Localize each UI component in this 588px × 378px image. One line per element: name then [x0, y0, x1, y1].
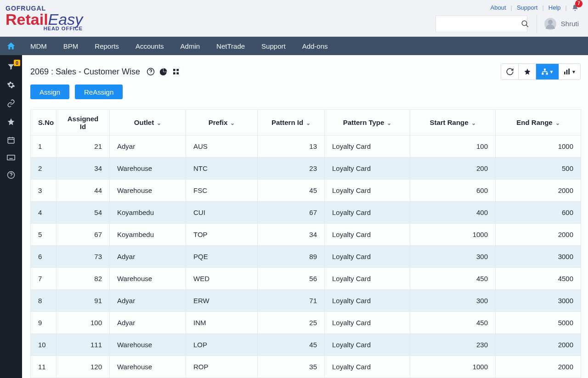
sidebar-keyboard[interactable]	[0, 154, 22, 161]
table-row[interactable]: 234WarehouseNTC23Loyalty Card200500	[31, 158, 581, 180]
main-nav: MDMBPMReportsAccountsAdminNetTradeSuppor…	[0, 37, 588, 55]
table-row[interactable]: 121AdyarAUS13Loyalty Card1001000	[31, 135, 581, 158]
sidebar-help[interactable]	[0, 171, 22, 179]
favorite-button[interactable]	[519, 64, 536, 79]
notifications-button[interactable]: 7	[571, 4, 579, 12]
search-input[interactable]	[441, 20, 521, 28]
help-icon	[7, 171, 15, 179]
cell: 1	[31, 135, 57, 158]
nav-item-nettrade[interactable]: NetTrade	[208, 37, 253, 55]
bar-chart-icon	[563, 68, 571, 75]
col-sno[interactable]: S.No	[31, 110, 57, 135]
chart-button[interactable]: ▼	[559, 64, 580, 79]
svg-rect-21	[542, 73, 543, 75]
table-row[interactable]: 673AdyarPQE89Loyalty Card3003000	[31, 246, 581, 268]
brand-sub: HEAD OFFICE	[6, 26, 83, 31]
refresh-button[interactable]	[501, 64, 519, 79]
cell: 2000	[496, 180, 581, 202]
cell: 400	[410, 202, 496, 224]
col-end-range[interactable]: End Range⌄	[496, 110, 581, 135]
sidebar-favorite[interactable]	[0, 118, 22, 126]
cell: 71	[258, 290, 325, 312]
chevron-down-icon: ⌄	[555, 120, 560, 126]
nav-item-reports[interactable]: Reports	[86, 37, 127, 55]
table-row[interactable]: 11120WarehouseROP35Loyalty Card10002000	[31, 356, 581, 378]
cell: 200	[410, 158, 496, 180]
sidebar-filter[interactable]: 0	[0, 62, 22, 71]
cell: Loyalty Card	[325, 202, 410, 224]
sidebar-schedule[interactable]	[0, 136, 22, 144]
cell: 3000	[496, 290, 581, 312]
cell: Koyambedu	[110, 202, 186, 224]
table-row[interactable]: 891AdyarERW71Loyalty Card3003000	[31, 290, 581, 312]
search-icon[interactable]	[521, 20, 529, 28]
assign-button[interactable]: Assign	[30, 85, 69, 99]
refresh-icon	[506, 68, 514, 76]
brand-easy: Easy	[48, 11, 83, 27]
cell: Koyambedu	[110, 224, 186, 246]
nav-item-bpm[interactable]: BPM	[55, 37, 87, 55]
question-circle-icon	[147, 68, 155, 76]
chevron-down-icon: ▼	[571, 69, 576, 74]
header-row-2: Shruti	[435, 15, 579, 33]
cell: Adyar	[110, 246, 186, 268]
table-row[interactable]: 782WarehouseWED56Loyalty Card4504500	[31, 268, 581, 290]
cell: Loyalty Card	[325, 246, 410, 268]
cell: 82	[57, 268, 110, 290]
nav-item-support[interactable]: Support	[253, 37, 294, 55]
about-link[interactable]: About	[491, 4, 506, 11]
cell: 4500	[496, 268, 581, 290]
info-button[interactable]	[147, 68, 155, 76]
col-pattern-type[interactable]: Pattern Type⌄	[325, 110, 410, 135]
table-row[interactable]: 454KoyambeduCUI67Loyalty Card400600	[31, 202, 581, 224]
cell: 2000	[496, 356, 581, 378]
col-prefix[interactable]: Prefix⌄	[186, 110, 258, 135]
help-link[interactable]: Help	[548, 4, 561, 11]
username-label: Shruti	[561, 20, 579, 28]
user-menu[interactable]: Shruti	[537, 15, 579, 33]
global-search[interactable]	[435, 16, 527, 32]
nav-home[interactable]	[0, 37, 22, 55]
hierarchy-button[interactable]: ▼	[536, 64, 559, 79]
cell: 11	[31, 356, 57, 378]
sidebar-link[interactable]	[0, 99, 22, 107]
home-icon	[6, 41, 16, 51]
sidebar-settings[interactable]	[0, 81, 22, 89]
reassign-button[interactable]: ReAssign	[75, 85, 123, 99]
link-icon	[7, 99, 15, 107]
header-right: About | Support | Help | 7 Shruti	[435, 4, 579, 33]
nav-item-admin[interactable]: Admin	[172, 37, 209, 55]
cell: 9	[31, 312, 57, 334]
col-outlet[interactable]: Outlet⌄	[110, 110, 186, 135]
col-pattern-id[interactable]: Pattern Id⌄	[258, 110, 325, 135]
nav-item-mdm[interactable]: MDM	[22, 37, 55, 55]
grid-icon	[172, 68, 180, 75]
separator: |	[511, 4, 512, 11]
table-row[interactable]: 567KoyambeduTOP34Loyalty Card10002000	[31, 224, 581, 246]
body-layout: 0 2069 : Sales - Customer Wise	[0, 55, 588, 378]
table-row[interactable]: 9100AdyarINM25Loyalty Card4505000	[31, 312, 581, 334]
cell: 8	[31, 290, 57, 312]
cell: 91	[57, 290, 110, 312]
col-assigned-id[interactable]: Assigned Id	[57, 110, 110, 135]
cell: 100	[410, 135, 496, 158]
sidebar: 0	[0, 55, 22, 378]
cell: LOP	[186, 334, 258, 356]
nav-item-add-ons[interactable]: Add-ons	[294, 37, 336, 55]
cell: 2	[31, 158, 57, 180]
chevron-down-icon: ⌄	[306, 120, 311, 126]
cell: Adyar	[110, 312, 186, 334]
grid-button[interactable]	[172, 68, 180, 75]
cell: ROP	[186, 356, 258, 378]
pie-button[interactable]	[159, 68, 168, 76]
table-row[interactable]: 10111WarehouseLOP45Loyalty Card2302000	[31, 334, 581, 356]
cell: 600	[496, 202, 581, 224]
col-start-range[interactable]: Start Range⌄	[410, 110, 496, 135]
nav-item-accounts[interactable]: Accounts	[127, 37, 172, 55]
table-row[interactable]: 344WarehouseFSC45Loyalty Card6002000	[31, 180, 581, 202]
cell: 300	[410, 290, 496, 312]
cell: 100	[57, 312, 110, 334]
support-link[interactable]: Support	[517, 4, 538, 11]
chevron-down-icon: ⌄	[387, 120, 391, 126]
svg-rect-25	[568, 68, 570, 74]
